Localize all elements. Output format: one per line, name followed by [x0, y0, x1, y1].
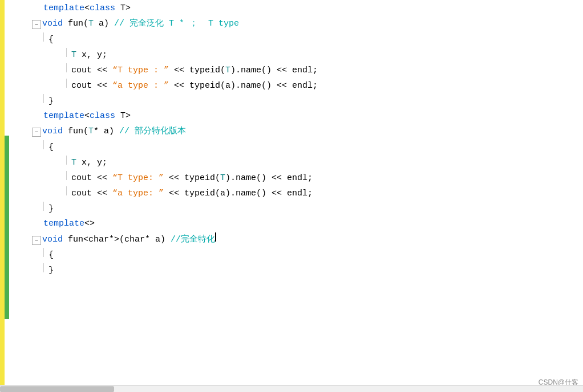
scrollbar-thumb[interactable]: [0, 386, 114, 392]
type-T4: T: [71, 156, 76, 170]
text-cursor: [215, 232, 216, 242]
param-type: T: [88, 17, 94, 31]
indent-guide3: [66, 156, 67, 165]
type-T2: T: [71, 48, 76, 62]
code-line: template<class T>: [43, 1, 578, 17]
space: [63, 17, 68, 31]
code-line-cout4: cout << “a type: ” << typeid(a).name() <…: [66, 186, 578, 201]
params: (: [83, 17, 88, 31]
function-name3: fun: [68, 233, 83, 247]
function-name2: fun: [68, 125, 83, 138]
collapse-button2[interactable]: −: [32, 128, 41, 137]
code-line-close-brace2: }: [43, 201, 578, 217]
open-brace: {: [48, 33, 54, 47]
collapse-button3[interactable]: −: [32, 236, 41, 245]
close-brace3: }: [48, 264, 54, 277]
keyword-template: template: [43, 2, 84, 15]
name-call: ).name() << endl;: [230, 64, 318, 77]
code-line-open-brace3: {: [43, 247, 578, 263]
code-area: template<class T> −void fun(T a) // 完全泛化…: [0, 0, 583, 392]
code-line-open-brace2: {: [43, 140, 578, 155]
code-line-close-brace: }: [43, 93, 578, 109]
code-line-cout2: cout << “a type : ” << typeid(a).name() …: [66, 78, 578, 93]
code-line-vars: T x, y;: [66, 47, 578, 63]
gutter-green-bar: [5, 136, 9, 319]
code-line-template3: template<>: [43, 217, 578, 232]
cout-kw: cout <<: [71, 64, 112, 77]
open-brace2: {: [48, 141, 54, 154]
keyword-class: class: [90, 2, 115, 15]
gutter-white-section: [5, 0, 9, 136]
open-brace3: {: [48, 248, 54, 262]
code-line-close-brace3: }: [43, 263, 578, 278]
code-line-cout3: cout << “T type: ” << typeid(T).name() <…: [66, 170, 578, 186]
type-T: T>: [115, 2, 131, 15]
comment-complete-spec: //完全特化: [171, 233, 215, 247]
stream-op3: << typeid(: [164, 172, 220, 185]
stream-op1: << typeid(: [169, 64, 225, 77]
indent-guide: [66, 79, 67, 88]
close-brace: }: [48, 95, 54, 108]
stream-op2: << typeid(a).name() << endl;: [169, 79, 318, 93]
indent-guide6: [43, 202, 44, 211]
indent-guide2: [43, 140, 44, 149]
indent-guide: [43, 32, 44, 42]
code-line-cout1: cout << “T type : ” << typeid(T).name() …: [66, 63, 578, 78]
cout-kw2: cout <<: [71, 79, 112, 93]
comment-full-spec: // 完全泛化 T * ； T type: [114, 17, 239, 31]
code-content: template<class T> −void fun(T a) // 完全泛化…: [27, 0, 583, 392]
param-var: a): [94, 17, 114, 31]
cout-kw3: cout <<: [71, 172, 112, 185]
code-line-fun-partial: −void fun(T* a) // 部分特化版本: [32, 124, 578, 140]
space2: [63, 125, 68, 138]
typeid-T: T: [225, 64, 230, 77]
indent-guide: [66, 48, 67, 57]
indent-guide4: [66, 171, 67, 180]
typeid-T2: T: [220, 172, 225, 185]
cout-kw4: cout <<: [71, 187, 112, 201]
close-brace2: }: [48, 202, 54, 216]
params2: (: [83, 125, 88, 138]
keyword-template3: template: [43, 217, 84, 231]
function-name: fun: [68, 17, 83, 31]
star-param: * a): [94, 125, 119, 138]
horizontal-scrollbar[interactable]: [0, 385, 583, 392]
code-line-fun-full: −void fun(T a) // 完全泛化 T * ； T type: [32, 17, 578, 32]
comment-partial-spec: // 部分特化版本: [119, 125, 186, 138]
indent-guide7: [43, 248, 44, 257]
gutter: [0, 0, 27, 392]
indent-guide8: [43, 263, 44, 272]
space3: [63, 233, 68, 247]
code-line-fun-complete: −void fun<char*>(char* a) //完全特化: [32, 232, 578, 247]
empty-angles: <>: [84, 217, 95, 231]
indent-guide5: [66, 186, 67, 195]
keyword-template2: template: [43, 109, 84, 123]
string-a-type: “a type : ”: [112, 79, 169, 93]
template-arg: <char*>(char* a): [83, 233, 171, 247]
stream-op4: << typeid(a).name() << endl;: [164, 187, 313, 201]
indent-guide: [66, 63, 67, 72]
keyword-class2: class: [90, 109, 115, 123]
param-type2: T: [88, 125, 94, 138]
gutter-yellow-bar: [0, 0, 5, 392]
type-T3: T>: [115, 109, 131, 123]
name-call2: ).name() << endl;: [225, 172, 313, 185]
collapse-button[interactable]: −: [32, 20, 41, 29]
keyword-void: void: [42, 17, 63, 31]
vars2: x, y;: [76, 156, 107, 170]
angle-open: <: [84, 2, 90, 15]
vars: x, y;: [76, 48, 107, 62]
indent-guide: [43, 94, 44, 103]
string-T-type2: “T type: ”: [112, 172, 164, 185]
keyword-void2: void: [42, 125, 63, 138]
angle2: <: [84, 109, 90, 123]
code-line-vars2: T x, y;: [66, 155, 578, 170]
code-line-template2: template<class T>: [43, 109, 578, 124]
editor-container: template<class T> −void fun(T a) // 完全泛化…: [0, 0, 583, 392]
string-a-type2: “a type: ”: [112, 187, 164, 201]
code-line-open-brace: {: [43, 32, 578, 47]
string-T-type: “T type : ”: [112, 64, 169, 77]
keyword-void3: void: [42, 233, 63, 247]
